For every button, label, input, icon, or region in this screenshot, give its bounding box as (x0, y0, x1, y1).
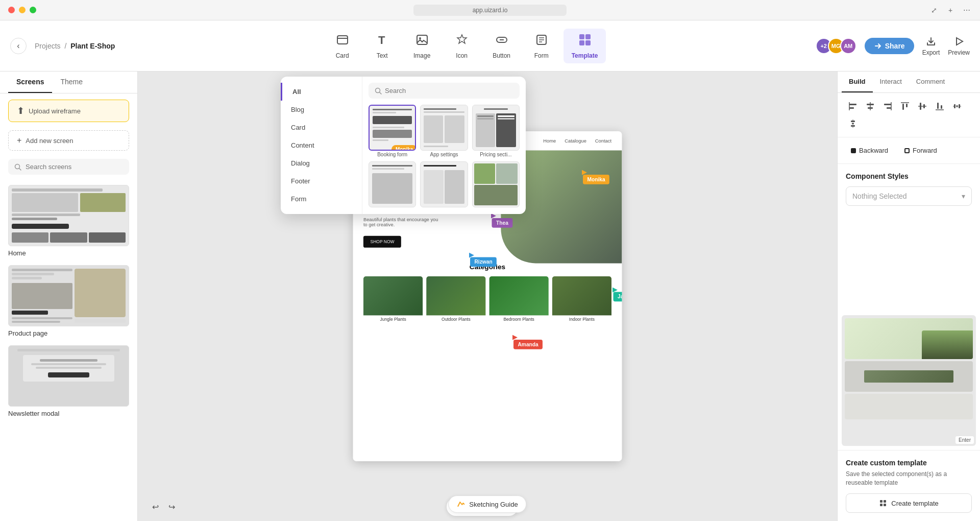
sketching-guide-container: Sketching Guide (448, 495, 526, 513)
panel-tabs: Screens Theme (0, 72, 137, 93)
svg-rect-31 (906, 104, 908, 107)
image-icon (415, 33, 429, 50)
svg-line-18 (19, 168, 21, 170)
back-button[interactable]: ‹ (10, 38, 27, 54)
align-left[interactable] (846, 99, 860, 113)
screen-name-home: Home (8, 249, 129, 257)
hero-cta[interactable]: SHOP NOW (363, 236, 401, 248)
forward-button[interactable]: Forward (899, 144, 942, 157)
plant-card-jungle: Jungle Plants (363, 276, 423, 324)
plant-nav-links: Home Catalogue Contact (543, 138, 611, 143)
breadcrumb-current: Plant E-Shop (70, 42, 115, 50)
template-item-3[interactable] (369, 161, 416, 207)
tool-form[interactable]: Form (524, 29, 559, 63)
svg-rect-28 (887, 107, 891, 109)
template-item-0[interactable]: Monika Booking form (369, 105, 416, 157)
svg-rect-45 (851, 125, 855, 127)
tool-icon[interactable]: Icon (444, 29, 480, 63)
template-thumb-4[interactable] (369, 161, 416, 207)
right-tab-build[interactable]: Build (842, 72, 873, 92)
template-cat-card[interactable]: Card (281, 119, 362, 136)
template-cat-footer[interactable]: Footer (281, 172, 362, 190)
align-center-h[interactable] (863, 99, 877, 113)
close-dot[interactable] (8, 7, 15, 13)
create-template-button[interactable]: Create template (846, 493, 972, 513)
template-thumb-appsettings[interactable] (420, 105, 468, 151)
upload-icon: ⬆ (17, 105, 24, 116)
component-styles-title: Component Styles (846, 172, 972, 180)
tool-button[interactable]: Button (484, 29, 520, 63)
svg-rect-50 (884, 500, 886, 503)
share-button[interactable]: Share (865, 38, 914, 54)
right-tabs: Build Interact Comment (838, 72, 980, 93)
menu-icon[interactable]: ⋯ (962, 5, 972, 15)
backward-button[interactable]: Backward (846, 144, 893, 157)
url-bar[interactable]: app.uizard.io (413, 5, 567, 16)
tool-template[interactable]: Template (564, 29, 606, 63)
add-screen-button[interactable]: + Add new screen (8, 130, 129, 151)
export-button[interactable]: Export (922, 36, 940, 56)
template-cat-form[interactable]: Form (281, 190, 362, 208)
template-thumb-pricing[interactable] (472, 105, 520, 151)
tab-theme[interactable]: Theme (52, 72, 91, 93)
plant-grid: Jungle Plants Outdoor Plants Bedroom Pla… (363, 276, 611, 324)
tool-image-label: Image (413, 52, 430, 59)
template-thumb-booking[interactable]: Monika (369, 105, 416, 151)
toolbar: ‹ Projects / Plant E-Shop Card T Text (0, 20, 980, 72)
icon-tool-icon (455, 33, 469, 50)
direction-tools: Backward Forward (838, 137, 980, 164)
template-item-5[interactable] (472, 161, 520, 207)
cursor-javier: Javier (614, 292, 622, 302)
tab-screens[interactable]: Screens (8, 72, 52, 93)
template-thumb-6[interactable] (472, 161, 520, 207)
right-tab-interact[interactable]: Interact (873, 72, 909, 92)
sketching-guide-button[interactable]: Sketching Guide (448, 495, 526, 513)
template-item-4[interactable] (420, 161, 468, 207)
new-tab-icon[interactable]: + (945, 5, 955, 15)
screen-item-newsletter[interactable]: Newsletter modal (8, 345, 129, 417)
right-tab-comment[interactable]: Comment (909, 72, 952, 92)
template-item-1[interactable]: App settings (420, 105, 468, 157)
screen-item-home[interactable]: Home (8, 185, 129, 257)
template-cat-blog[interactable]: Blog (281, 101, 362, 119)
preview-button[interactable]: Preview (948, 36, 970, 56)
sketching-icon (457, 500, 465, 508)
align-right[interactable] (880, 99, 895, 113)
template-cat-all[interactable]: All (281, 83, 362, 101)
window-controls (8, 7, 36, 13)
template-cat-dialog[interactable]: Dialog (281, 154, 362, 172)
template-cat-content[interactable]: Content (281, 136, 362, 154)
maximize-dot[interactable] (30, 7, 36, 13)
upload-wireframe-button[interactable]: ⬆ Upload wireframe (8, 100, 129, 122)
svg-rect-49 (880, 500, 883, 503)
minimize-dot[interactable] (19, 7, 26, 13)
component-styles-select[interactable]: Nothing Selected ▾ (846, 186, 972, 206)
breadcrumb-project[interactable]: Projects (35, 42, 61, 50)
align-bottom[interactable] (933, 99, 947, 113)
template-thumb-5[interactable] (420, 161, 468, 207)
tool-text[interactable]: T Text (364, 29, 400, 63)
template-label-appsettings: App settings (420, 152, 468, 157)
tool-card[interactable]: Card (325, 29, 360, 63)
distribute-v[interactable] (846, 116, 860, 131)
svg-rect-44 (851, 121, 855, 122)
distribute-h[interactable] (950, 99, 964, 113)
tool-icon-label: Icon (456, 52, 468, 59)
screen-item-product[interactable]: Product page (8, 265, 129, 337)
svg-rect-14 (579, 40, 584, 45)
template-item-2[interactable]: Pricing secti... (472, 105, 520, 157)
undo-button[interactable]: ↩ (148, 500, 162, 514)
template-search-input[interactable] (385, 87, 513, 94)
screen-thumb-product (8, 265, 129, 326)
align-middle-v[interactable] (915, 99, 929, 113)
breadcrumb: Projects / Plant E-Shop (35, 42, 115, 50)
align-top[interactable] (898, 99, 912, 113)
search-screens-input[interactable] (26, 163, 123, 171)
screens-list: Home (0, 181, 137, 521)
svg-line-20 (380, 92, 382, 94)
share-tab-icon[interactable]: ⤢ (929, 5, 939, 15)
tool-image[interactable]: Image (404, 29, 440, 63)
toolbar-center: Card T Text Image Icon (325, 29, 606, 63)
redo-button[interactable]: ↪ (164, 500, 179, 514)
svg-rect-40 (959, 104, 960, 108)
